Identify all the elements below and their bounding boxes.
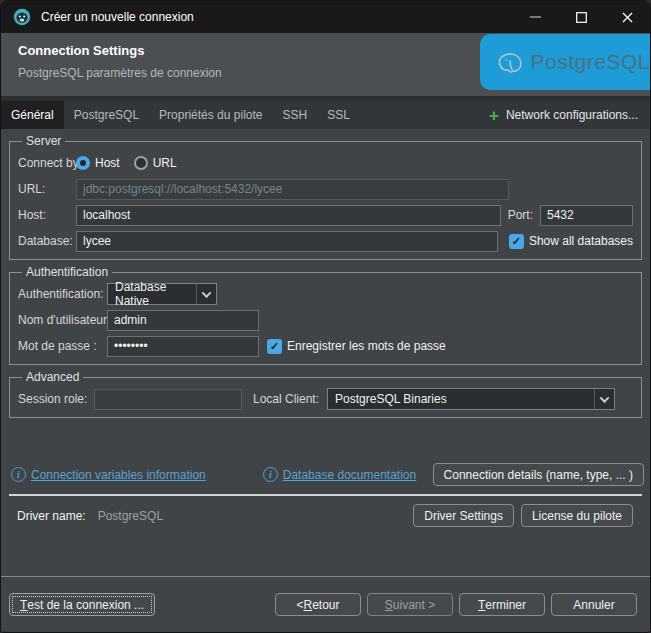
titlebar: Créer un nouvelle connexion [1, 1, 650, 33]
network-configurations-button[interactable]: + Network configurations... [489, 101, 638, 129]
auth-type-label: Authentification: [18, 287, 107, 301]
check-icon: ✓ [270, 340, 279, 353]
session-role-label: Session role: [18, 392, 94, 406]
driver-license-button[interactable]: License du pilote [521, 504, 633, 527]
save-passwords-label[interactable]: Enregistrer les mots de passe [287, 339, 446, 353]
tab-driver-properties[interactable]: Propriétés du pilote [149, 101, 272, 129]
username-label: Nom d'utilisateur : [18, 313, 107, 327]
maximize-icon [576, 12, 587, 23]
url-label: URL: [18, 182, 76, 196]
tab-general[interactable]: Général [1, 101, 64, 129]
port-input[interactable] [540, 205, 633, 226]
advanced-row: Session role: Local Client: PostgreSQL B… [18, 388, 633, 410]
advanced-legend: Advanced [22, 370, 83, 384]
minimize-icon [530, 12, 541, 22]
session-role-input[interactable] [94, 389, 242, 410]
database-input[interactable] [76, 231, 498, 252]
auth-type-row: Authentification: Database Native [18, 283, 633, 305]
window-controls [512, 1, 650, 33]
local-client-value: PostgreSQL Binaries [335, 392, 447, 406]
footer-bar: Test de la connexion ... < Retour Suivan… [1, 576, 650, 632]
next-button[interactable]: Suivant > [367, 593, 453, 616]
check-icon: ✓ [512, 235, 521, 248]
close-button[interactable] [604, 1, 650, 33]
show-all-databases-label[interactable]: Show all databases [529, 234, 633, 248]
info-icon: i [11, 467, 26, 482]
server-legend: Server [22, 134, 65, 148]
dialog-header: Connection Settings PostgreSQL paramètre… [1, 33, 650, 96]
url-row: URL: [18, 178, 633, 200]
connection-details-button[interactable]: Connection details (name, type, ... ) [433, 463, 644, 486]
tabbar: Général PostgreSQL Propriétés du pilote … [1, 101, 650, 129]
finish-button[interactable]: Terminer [459, 593, 545, 616]
test-connection-button[interactable]: Test de la connexion ... [9, 593, 155, 616]
maximize-button[interactable] [558, 1, 604, 33]
back-button[interactable]: < Retour [275, 593, 361, 616]
tab-ssh[interactable]: SSH [272, 101, 317, 129]
password-row: Mot de passe : ✓ Enregistrer les mots de… [18, 335, 633, 357]
connect-by-row: Connect by: Host URL [18, 152, 633, 174]
driver-name-value: PostgreSQL [98, 509, 163, 523]
host-label: Host: [18, 208, 76, 222]
postgresql-logo-text: PostgreSQL [531, 50, 650, 74]
server-fieldset: Server Connect by: Host URL URL: Host: P… [9, 134, 642, 260]
password-label: Mot de passe : [18, 339, 107, 353]
driver-separator [9, 494, 642, 496]
host-input[interactable] [76, 205, 501, 226]
links-row: i Connection variables information i Dat… [11, 463, 644, 486]
save-passwords-checkbox[interactable]: ✓ [267, 339, 282, 354]
close-icon [622, 12, 633, 23]
connect-by-label: Connect by: [18, 156, 76, 170]
driver-settings-button[interactable]: Driver Settings [413, 504, 514, 527]
info-icon: i [263, 467, 278, 482]
host-row: Host: Port: [18, 204, 633, 226]
username-row: Nom d'utilisateur : [18, 309, 633, 331]
connection-dialog-window: Créer un nouvelle connexion Connection S… [0, 0, 651, 633]
local-client-label: Local Client: [253, 392, 319, 406]
connection-variables-link[interactable]: Connection variables information [31, 468, 206, 482]
show-all-databases-checkbox[interactable]: ✓ [509, 234, 524, 249]
database-documentation-link[interactable]: Database documentation [283, 468, 416, 482]
cancel-button[interactable]: Annuler [551, 593, 637, 616]
content-area: Server Connect by: Host URL URL: Host: P… [1, 129, 650, 576]
connect-by-host-radio[interactable] [76, 156, 90, 170]
tab-postgresql[interactable]: PostgreSQL [64, 101, 149, 129]
database-row: Database: ✓ Show all databases [18, 230, 633, 252]
local-client-select[interactable]: PostgreSQL Binaries [327, 388, 615, 410]
url-input[interactable] [76, 179, 509, 200]
plus-icon: + [489, 107, 499, 124]
authentication-fieldset: Authentification Authentification: Datab… [9, 265, 642, 365]
auth-type-select[interactable]: Database Native [107, 283, 217, 305]
postgresql-elephant-icon [494, 41, 526, 83]
username-input[interactable] [107, 310, 259, 331]
authentication-legend: Authentification [22, 265, 112, 279]
chevron-down-icon [196, 284, 216, 304]
password-input[interactable] [107, 336, 259, 357]
connect-by-host-label[interactable]: Host [95, 156, 120, 170]
chevron-down-icon [594, 389, 614, 409]
tab-ssl[interactable]: SSL [317, 101, 360, 129]
driver-name-label: Driver name: [17, 509, 86, 523]
driver-buttons: Driver Settings License du pilote [413, 504, 633, 527]
network-configurations-label: Network configurations... [506, 108, 638, 122]
window-title: Créer un nouvelle connexion [41, 10, 194, 24]
dbeaver-app-icon [13, 8, 31, 26]
postgresql-logo-badge: PostgreSQL [480, 34, 650, 90]
port-label: Port: [508, 208, 533, 222]
database-label: Database: [18, 234, 76, 248]
driver-row: Driver name: PostgreSQL Driver Settings … [17, 504, 633, 527]
connect-by-url-label[interactable]: URL [153, 156, 177, 170]
minimize-button[interactable] [512, 1, 558, 33]
advanced-fieldset: Advanced Session role: Local Client: Pos… [9, 370, 642, 418]
auth-type-value: Database Native [115, 280, 196, 308]
connect-by-url-radio[interactable] [134, 156, 148, 170]
